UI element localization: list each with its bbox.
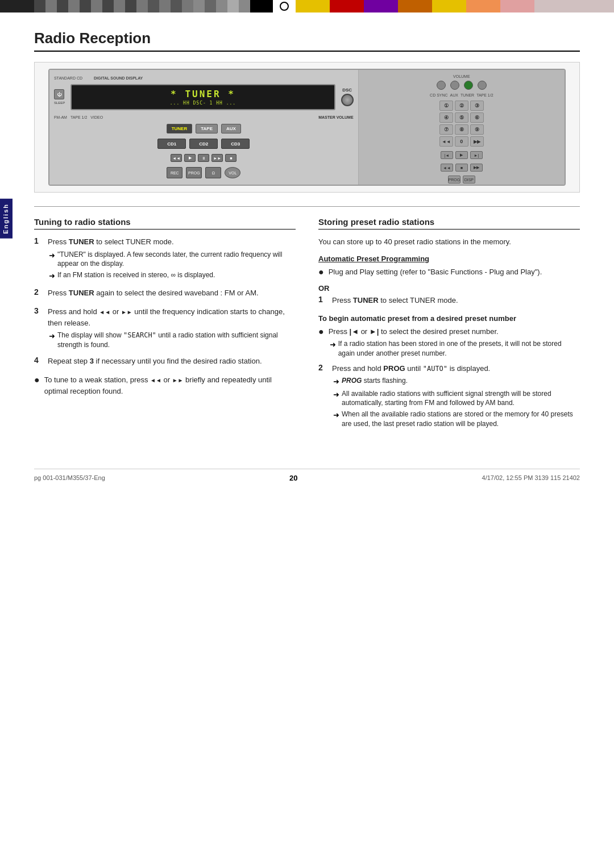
- crosshair-icon: [280, 2, 289, 11]
- stereo-unit: STANDARD CD DIGITAL SOUND DISPLAY ⏻ SLEE…: [48, 69, 566, 185]
- storing-arrow-3: ➜ When all the available radio stations …: [333, 410, 580, 429]
- display-tuner-text: * TUNER *: [77, 89, 328, 99]
- arrow-icon-7: ➜: [333, 410, 339, 429]
- stop-btn[interactable]: ■: [225, 154, 237, 162]
- or-label: OR: [318, 284, 580, 293]
- tuning-steps: 1 Press TUNER to select TUNER mode. ➜ "T…: [34, 236, 296, 399]
- arrow-icon-6: ➜: [333, 389, 339, 408]
- cd1-slot[interactable]: CD1: [157, 139, 186, 149]
- tuning-bullet: ● To tune to a weak station, press or br…: [34, 374, 296, 399]
- prog-button[interactable]: PROG: [186, 167, 202, 178]
- remote-fwd-btn[interactable]: ▶▶: [470, 164, 483, 172]
- remote-number-grid: ① ② ③ ④ ⑤ ⑥ ⑦ ⑧ ⑨ ◄◄ 0 ▶▶: [439, 101, 484, 147]
- remote-num-7[interactable]: ⑦: [439, 124, 453, 135]
- remote-cd-btn[interactable]: [437, 81, 446, 90]
- play-btn[interactable]: ▶: [184, 154, 196, 162]
- remote-num-next[interactable]: ▶▶: [470, 136, 484, 147]
- tape-button[interactable]: TAPE: [196, 124, 218, 133]
- storing-step-number-2: 2: [318, 363, 327, 429]
- headphone-button[interactable]: Ω: [205, 167, 221, 178]
- arrow-icon-4: ➜: [330, 339, 336, 358]
- remote-num-8[interactable]: ⑧: [455, 124, 468, 135]
- remote-num-2[interactable]: ②: [455, 101, 468, 111]
- stereo-remote-area: VOLUME CD SYNCAUXTUNERTAPE 1/2 ① ②: [359, 70, 565, 184]
- record-button[interactable]: REC: [167, 167, 182, 178]
- standard-cd-label: STANDARD CD: [54, 76, 82, 80]
- remote-next-btn[interactable]: ►|: [470, 151, 483, 159]
- step-number-2: 2: [34, 287, 43, 301]
- prev-prev-btn[interactable]: ◄◄: [171, 154, 182, 162]
- remote-play-btn[interactable]: ▶: [455, 151, 468, 159]
- step-2-content: Press TUNER again to select the desired …: [48, 287, 259, 301]
- remote-tuner-btn[interactable]: [464, 81, 473, 90]
- transport-controls: ◄◄ ▶ ⏸ ►► ■: [54, 154, 354, 162]
- right-section-heading: Storing preset radio stations: [318, 217, 580, 229]
- step-number-3: 3: [34, 306, 43, 350]
- remote-control: VOLUME CD SYNCAUXTUNERTAPE 1/2 ① ②: [359, 70, 565, 184]
- arrow-icon: ➜: [49, 250, 55, 269]
- dsc-knob[interactable]: [341, 94, 354, 106]
- tuning-bullet-content: To tune to a weak station, press or brie…: [44, 374, 296, 399]
- power-button[interactable]: ⏻: [54, 89, 64, 99]
- plug-play-content: Plug and Play setting (refer to "Basic F…: [329, 266, 542, 280]
- remote-num-3[interactable]: ③: [470, 101, 484, 111]
- volume-knob[interactable]: VOL: [225, 167, 240, 178]
- auto-preset-heading: Automatic Preset Programming: [318, 254, 580, 263]
- display-panel: * TUNER * ... HH DSC- 1 HH ...: [70, 84, 335, 110]
- remote-prog-btn[interactable]: PROG: [448, 176, 460, 183]
- arrow-icon-2: ➜: [49, 270, 55, 282]
- remote-num-6[interactable]: ⑥: [470, 112, 484, 123]
- storing-step-2: 2 Press and hold PROG until "AUTO" is di…: [318, 363, 580, 429]
- step-number-4: 4: [34, 356, 43, 369]
- storing-intro: You can store up to 40 preset radio stat…: [318, 236, 580, 248]
- remote-transport: |◄ ▶ ►|: [441, 151, 483, 159]
- remote-stop-btn[interactable]: ■: [455, 164, 468, 172]
- storing-arrow-1: ➜ PROG starts flashing.: [333, 376, 580, 387]
- pause-btn[interactable]: ⏸: [198, 154, 209, 162]
- step-3-content: Press and hold or until the frequency in…: [48, 306, 296, 350]
- left-section-heading: Tuning to radio stations: [34, 217, 296, 229]
- remote-prev-btn[interactable]: |◄: [441, 151, 453, 159]
- divider: [34, 206, 580, 207]
- remote-num-0[interactable]: 0: [455, 136, 468, 147]
- remote-num-4[interactable]: ④: [439, 112, 453, 123]
- remote-num-5[interactable]: ⑤: [455, 112, 468, 123]
- step-number-1: 1: [34, 236, 43, 282]
- page-footer: pg 001-031/M355/37-Eng 20 4/17/02, 12:55…: [34, 469, 580, 482]
- storing-steps-2: 2 Press and hold PROG until "AUTO" is di…: [318, 363, 580, 429]
- next-next-btn[interactable]: ►►: [211, 154, 223, 162]
- remote-aux-btn[interactable]: [450, 81, 459, 90]
- bottom-controls: REC PROG Ω VOL: [54, 167, 354, 178]
- storing-arrow-2: ➜ All available radio stations with suff…: [333, 389, 580, 408]
- remote-rew-btn[interactable]: ◄◄: [441, 164, 453, 172]
- footer-page-number: 20: [289, 474, 297, 482]
- preset-select-content: Press |◄ or ►| to select the desired pre…: [329, 326, 580, 358]
- english-side-tab: English: [0, 199, 13, 239]
- preset-arrow-1: ➜ If a radio station has been stored in …: [330, 339, 580, 358]
- remote-source-row: CD SYNCAUXTUNERTAPE 1/2: [430, 93, 493, 97]
- page-content: Radio Reception STANDARD CD DIGITAL SOUN…: [0, 12, 614, 505]
- footer-right-text: 4/17/02, 12:55 PM 3139 115 21402: [482, 474, 580, 481]
- display-sub-text: ... HH DSC- 1 HH ...: [77, 101, 328, 106]
- remote-num-prev[interactable]: ◄◄: [439, 136, 453, 147]
- tuner-button[interactable]: TUNER: [167, 124, 193, 133]
- arrow-icon-3: ➜: [49, 331, 55, 350]
- cd2-slot[interactable]: CD2: [189, 139, 218, 149]
- remote-transport-2: ◄◄ ■ ▶▶: [441, 164, 483, 172]
- right-column: Storing preset radio stations You can st…: [318, 217, 580, 435]
- storing-step-1-content: Press TUNER to select TUNER mode.: [332, 295, 458, 308]
- bullet-dot: ●: [34, 374, 40, 399]
- storing-step-1: 1 Press TUNER to select TUNER mode.: [318, 295, 580, 308]
- remote-tape-btn[interactable]: [478, 81, 487, 90]
- cd3-slot[interactable]: CD3: [221, 139, 250, 149]
- storing-steps-1: 1 Press TUNER to select TUNER mode.: [318, 295, 580, 308]
- remote-num-1[interactable]: ①: [439, 101, 453, 111]
- aux-button[interactable]: AUX: [221, 124, 241, 133]
- remote-disp-btn[interactable]: DISP: [463, 176, 475, 183]
- remote-num-9[interactable]: ⑨: [470, 124, 484, 135]
- tuning-step-3: 3 Press and hold or until the frequency …: [34, 306, 296, 350]
- digital-sound-label: DIGITAL SOUND DISPLAY: [94, 76, 143, 80]
- plug-play-bullet: ● Plug and Play setting (refer to "Basic…: [318, 266, 580, 280]
- tuning-step-1: 1 Press TUNER to select TUNER mode. ➜ "T…: [34, 236, 296, 282]
- preset-select-dot: ●: [318, 326, 324, 358]
